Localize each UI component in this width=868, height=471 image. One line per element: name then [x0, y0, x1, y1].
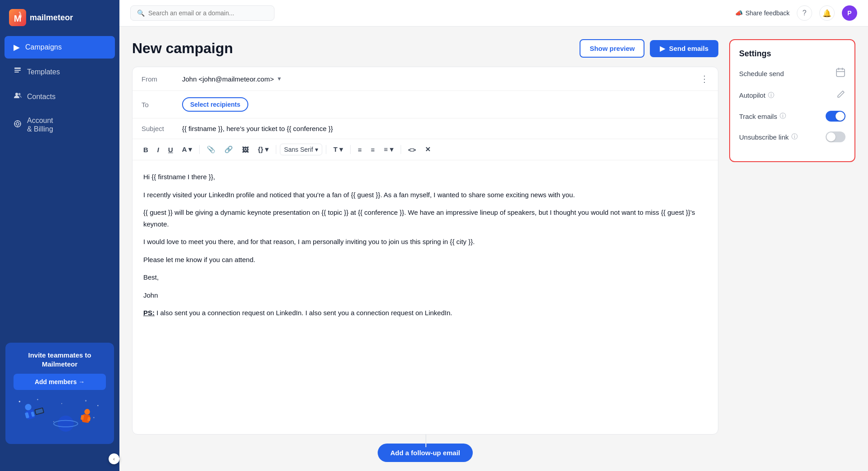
campaign-editor: New campaign Show preview ▶ Send emails … [132, 39, 718, 471]
editor-body[interactable]: Hi {{ firstname I there }}, I recently v… [132, 160, 718, 434]
topbar: 🔍 📣 Share feedback ? 🔔 P [119, 0, 868, 27]
font-family-chevron: ▾ [315, 146, 318, 153]
ordered-list-button[interactable]: ≡ [367, 143, 379, 156]
main-area: 🔍 📣 Share feedback ? 🔔 P New campaign Sh… [119, 0, 868, 471]
sidebar-item-contacts[interactable]: Contacts [5, 85, 115, 108]
header-buttons: Show preview ▶ Send emails [580, 39, 718, 58]
svg-point-5 [15, 93, 18, 95]
select-recipients-button[interactable]: Select recipients [182, 97, 248, 112]
subject-field: Subject {{ firstname }}, here's your tic… [132, 118, 718, 139]
body-line-2: I recently visited your LinkedIn profile… [143, 189, 707, 201]
settings-row-autopilot: Autopilot ⓘ [739, 90, 845, 101]
notifications-icon[interactable]: 🔔 [819, 5, 835, 21]
send-emails-label: Send emails [669, 45, 708, 52]
svg-point-15 [93, 417, 95, 418]
megaphone-icon: 📣 [735, 9, 743, 17]
subject-label: Subject [142, 125, 173, 132]
svg-point-6 [18, 93, 21, 95]
from-value: John <john@mailmeteor.com> [182, 75, 274, 83]
editor-toolbar: B I U A ▾ 📎 🔗 🖼 {} ▾ Sans Serif ▾ T ▾ [132, 139, 718, 160]
campaign-header: New campaign Show preview ▶ Send emails [132, 39, 718, 58]
unsubscribe-link-toggle[interactable] [826, 131, 845, 142]
settings-row-unsubscribe-link: Unsubscribe link ⓘ [739, 131, 845, 142]
subject-value[interactable]: {{ firstname }}, here's your ticket to {… [182, 125, 709, 132]
variable-button[interactable]: {} ▾ [254, 143, 272, 156]
track-emails-info-icon[interactable]: ⓘ [780, 112, 786, 120]
svg-point-7 [14, 121, 21, 127]
toolbar-sep-4 [350, 145, 351, 154]
link-button[interactable]: 🔗 [221, 143, 237, 156]
calendar-icon[interactable] [836, 68, 845, 80]
help-icon[interactable]: ? [797, 5, 812, 21]
send-emails-button[interactable]: ▶ Send emails [650, 40, 718, 57]
settings-title: Settings [739, 49, 845, 59]
toolbar-sep-3 [326, 145, 326, 154]
svg-point-23 [58, 416, 74, 432]
schedule-send-label: Schedule send [739, 70, 784, 77]
settings-row-schedule-send: Schedule send [739, 68, 845, 80]
italic-button[interactable]: I [154, 143, 163, 156]
autopilot-label: Autopilot ⓘ [739, 91, 774, 100]
account-billing-icon [14, 120, 22, 130]
track-emails-toggle-knob [836, 112, 845, 121]
image-button[interactable]: 🖼 [238, 143, 252, 156]
svg-point-25 [84, 408, 90, 415]
autopilot-info-icon[interactable]: ⓘ [768, 91, 774, 100]
toolbar-sep-2 [276, 145, 276, 154]
avatar[interactable]: P [842, 5, 857, 21]
logo-area: M mailmeteor [0, 0, 119, 35]
svg-text:M: M [14, 14, 22, 23]
sidebar-collapse-button[interactable]: ‹ [109, 453, 119, 464]
search-input[interactable] [148, 9, 268, 17]
bold-button[interactable]: B [140, 143, 152, 156]
sidebar-item-label: Account& Billing [27, 116, 53, 133]
campaign-title: New campaign [132, 40, 233, 57]
svg-point-9 [19, 401, 21, 403]
underline-button[interactable]: U [164, 143, 177, 156]
align-button[interactable]: ≡ ▾ [380, 143, 397, 156]
clear-format-button[interactable]: ✕ [421, 143, 434, 156]
svg-rect-3 [14, 70, 21, 71]
topbar-right: 📣 Share feedback ? 🔔 P [735, 5, 857, 21]
sidebar-item-label: Campaigns [25, 43, 62, 51]
sidebar-item-label: Contacts [27, 93, 55, 101]
show-preview-button[interactable]: Show preview [580, 39, 644, 58]
svg-point-11 [61, 403, 62, 404]
body-line-4: I would love to meet you there, and for … [143, 236, 707, 248]
code-button[interactable]: <> [405, 143, 420, 156]
font-size-button[interactable]: T ▾ [330, 143, 347, 156]
from-dropdown-icon[interactable]: ▼ [277, 76, 282, 82]
search-box[interactable]: 🔍 [130, 5, 274, 21]
autopilot-edit-icon[interactable] [836, 90, 845, 101]
track-emails-label: Track emails ⓘ [739, 112, 786, 120]
app-name: mailmeteor [30, 13, 73, 23]
track-emails-toggle[interactable] [826, 111, 845, 122]
font-family-dropdown[interactable]: Sans Serif ▾ [280, 144, 322, 155]
settings-row-track-emails: Track emails ⓘ [739, 111, 845, 122]
email-composer: From John <john@mailmeteor.com> ▼ ⋮ To S… [132, 67, 718, 435]
contacts-icon [14, 91, 22, 102]
toolbar-sep-1 [199, 145, 200, 154]
unordered-list-button[interactable]: ≡ [354, 143, 365, 156]
sidebar-item-account-billing[interactable]: Account& Billing [5, 110, 115, 140]
body-ps: PS: I also sent you a connection request… [143, 307, 707, 319]
sidebar: M mailmeteor ▶ Campaigns Templates [0, 0, 119, 471]
share-feedback-label: Share feedback [745, 9, 790, 17]
sidebar-item-campaigns[interactable]: ▶ Campaigns [5, 36, 115, 59]
sidebar-item-templates[interactable]: Templates [5, 60, 115, 83]
share-feedback-button[interactable]: 📣 Share feedback [735, 9, 790, 17]
sidebar-item-label: Templates [27, 68, 60, 76]
add-members-button[interactable]: Add members → [14, 374, 106, 390]
from-label: From [142, 75, 173, 83]
templates-icon [14, 67, 22, 77]
unsubscribe-info-icon[interactable]: ⓘ [791, 133, 798, 141]
svg-rect-2 [14, 68, 21, 69]
svg-point-12 [85, 400, 87, 402]
body-line-6: Best, [143, 272, 707, 283]
text-color-button[interactable]: A ▾ [178, 143, 196, 156]
attachment-button[interactable]: 📎 [203, 143, 219, 156]
svg-point-10 [37, 399, 38, 400]
body-line-7: John [143, 290, 707, 301]
svg-rect-29 [836, 69, 845, 77]
more-options-icon[interactable]: ⋮ [700, 73, 709, 84]
